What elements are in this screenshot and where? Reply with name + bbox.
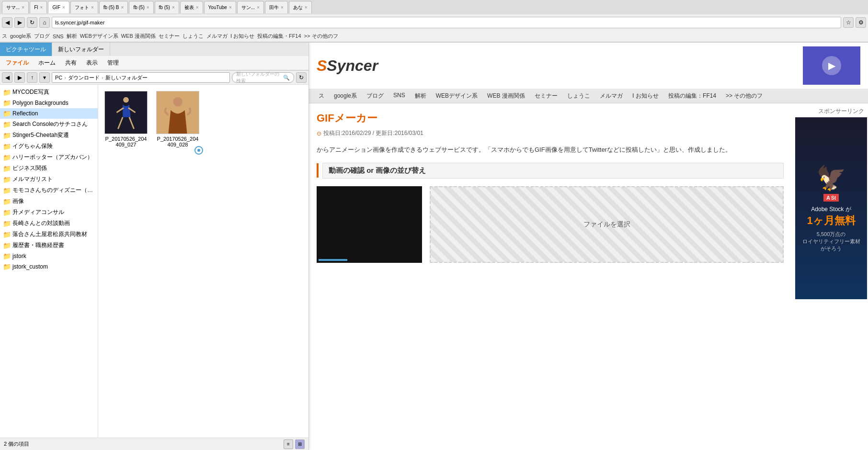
sidebar-item-jstork-custom[interactable]: 📁 jstork_custom	[0, 261, 98, 272]
page-nav-google[interactable]: google系	[332, 91, 359, 101]
list-view-icon[interactable]: ≡	[284, 439, 293, 449]
bookmark-ff14[interactable]: 投稿の編集・FF14	[257, 33, 301, 40]
page-nav-notice[interactable]: Ⅰ お知らせ	[630, 91, 661, 101]
bookmark-webdesign[interactable]: WEBデザイン系	[80, 33, 118, 40]
sidebar-label-resume: 履歴書・職務経歴書	[12, 241, 64, 249]
explorer-tab-new-folder[interactable]: 新しいフォルダー	[52, 43, 110, 56]
back-button[interactable]: ◀	[2, 17, 12, 28]
bookmark-google[interactable]: google系	[10, 33, 31, 40]
settings-button[interactable]: ⚙	[856, 17, 866, 28]
menu-file[interactable]: ファイル	[4, 58, 31, 68]
tab-fb3[interactable]: fb (5) ×	[155, 1, 179, 13]
tab-close-gif[interactable]: ×	[62, 5, 65, 10]
tab-samar[interactable]: サマ... ×	[2, 1, 29, 13]
sidebar-item-igu[interactable]: 📁 イグちゃん保険	[0, 141, 98, 152]
tab-close-fl[interactable]: ×	[40, 5, 43, 10]
explorer-path[interactable]: PC › ダウンロード › 新しいフォルダー	[52, 72, 230, 83]
bookmark-button[interactable]: ☆	[843, 17, 854, 28]
page-nav-manga[interactable]: WEB 漫画関係	[485, 91, 527, 101]
tab-taden[interactable]: 田牛 ×	[265, 1, 288, 13]
tab-fb1[interactable]: fb (5) B ×	[99, 1, 128, 13]
page-nav-su[interactable]: ス	[317, 91, 326, 101]
sidebar-item-gazou[interactable]: 📁 画像	[0, 196, 98, 207]
bookmark-notice[interactable]: Ⅰ お知らせ	[230, 33, 254, 40]
page-nav-sns[interactable]: SNS	[391, 91, 407, 101]
bookmark-other[interactable]: >> その他のフ	[304, 33, 338, 40]
sidebar-item-masumedia[interactable]: 📁 升メディアコンサル	[0, 207, 98, 218]
folder-icon-mycode: 📁	[3, 89, 11, 96]
sidebar-item-stinger[interactable]: 📁 Stinger5-Cheetah変遷	[0, 130, 98, 141]
sidebar-item-reflection[interactable]: 📁 Reflection	[0, 108, 98, 119]
tab-close-fb1[interactable]: ×	[121, 5, 124, 10]
sidebar-item-polygon[interactable]: 📁 Polygon Backgrounds	[0, 98, 98, 108]
tab-san[interactable]: サン... ×	[237, 1, 264, 13]
page-nav-analytics[interactable]: 解析	[413, 91, 428, 101]
file-item-2[interactable]: P_20170526_204409_028	[154, 89, 202, 150]
tab-fb2[interactable]: fb (5) ×	[129, 1, 153, 13]
page-nav-shoko[interactable]: しょうこ	[565, 91, 592, 101]
bookmark-su[interactable]: ス	[2, 33, 7, 40]
bookmark-blog[interactable]: ブログ	[34, 33, 50, 40]
bookmark-merumaga[interactable]: メルマガ	[206, 33, 228, 40]
page-nav-merumaga[interactable]: メルマガ	[598, 91, 625, 101]
file-item-1[interactable]: P_20170526_204409_027	[102, 89, 150, 150]
explorer-tab-picture-tool[interactable]: ピクチャツール	[0, 43, 52, 56]
refresh-button[interactable]: ↻	[27, 17, 37, 28]
page-nav-blog[interactable]: ブログ	[365, 91, 386, 101]
tab-photo[interactable]: フォト ×	[70, 1, 98, 13]
sidebar-item-jstork[interactable]: 📁 jstork	[0, 251, 98, 261]
bookmark-manga[interactable]: WEB 漫画関係	[121, 33, 156, 40]
home-button[interactable]: ⌂	[39, 17, 50, 28]
tab-ana[interactable]: あな ×	[289, 1, 312, 13]
path-download: ダウンロード	[68, 74, 100, 81]
menu-share[interactable]: 共有	[63, 58, 79, 68]
video-thumbnail[interactable]: ▶	[803, 46, 860, 85]
tab-close-hyou[interactable]: ×	[196, 5, 199, 10]
page-nav-other[interactable]: >> その他のフ	[724, 91, 765, 101]
page-nav-seminar[interactable]: セミナー	[533, 91, 560, 101]
tab-close-yt[interactable]: ×	[229, 5, 232, 10]
sidebar-item-resume[interactable]: 📁 履歴書・職務経歴書	[0, 240, 98, 251]
tab-youtube[interactable]: YouTube ×	[204, 1, 236, 13]
bookmark-shoko[interactable]: しょうこ	[183, 33, 204, 40]
tab-close-photo[interactable]: ×	[91, 5, 94, 10]
explorer-up[interactable]: ↑	[27, 72, 37, 83]
menu-view[interactable]: 表示	[84, 58, 100, 68]
ad-subtitle-text: 1ヶ月無料	[802, 214, 860, 228]
sidebar-item-momoko[interactable]: 📁 モモコさんちのディズニー（親子でデ	[0, 185, 98, 196]
page-nav-ff14[interactable]: 投稿の編集：FF14	[666, 91, 718, 101]
tab-close-fb3[interactable]: ×	[172, 5, 175, 10]
tab-close-fb2[interactable]: ×	[147, 5, 149, 10]
explorer-back[interactable]: ◀	[2, 72, 12, 83]
explorer-tab-bar: ピクチャツール 新しいフォルダー	[0, 43, 308, 56]
sidebar-item-harry[interactable]: 📁 ハリーポッター（アズカバン）	[0, 152, 98, 163]
upload-drop-zone[interactable]: ファイルを選択	[430, 186, 784, 263]
page-nav-webdesign[interactable]: WEBデザイン系	[434, 91, 480, 101]
explorer-menu-bar: ファイル ホーム 共有 表示 管理	[0, 56, 308, 70]
tab-close-san[interactable]: ×	[257, 5, 260, 10]
menu-manage[interactable]: 管理	[105, 58, 121, 68]
explorer-search[interactable]: 新しいフォルダーの検索 🔍	[232, 72, 294, 83]
address-input[interactable]: ls.syncer.jp/gif-maker	[52, 17, 841, 28]
sidebar-item-business[interactable]: 📁 ビジネス関係	[0, 163, 98, 174]
tab-close-taden[interactable]: ×	[281, 5, 284, 10]
grid-view-icon[interactable]: ⊞	[295, 439, 305, 449]
bookmark-seminar[interactable]: セミナー	[159, 33, 180, 40]
explorer-recent[interactable]: ▾	[39, 72, 50, 83]
bookmark-analytics[interactable]: 解析	[67, 33, 77, 40]
tab-close-ana[interactable]: ×	[305, 5, 308, 10]
tab-gif[interactable]: GIF ×	[48, 1, 69, 13]
explorer-forward[interactable]: ▶	[14, 72, 25, 83]
sidebar-item-ochiai[interactable]: 📁 落合さん土屋君松原共同教材	[0, 229, 98, 240]
sidebar-item-nagasaki[interactable]: 📁 長崎さんとの対談動画	[0, 218, 98, 229]
tab-fl[interactable]: Fl ×	[30, 1, 47, 13]
sidebar-item-merumaga[interactable]: 📁 メルマガリスト	[0, 174, 98, 185]
sidebar-item-mycode[interactable]: 📁 MYCODE写真	[0, 87, 98, 98]
menu-home[interactable]: ホーム	[36, 58, 57, 68]
tab-close[interactable]: ×	[22, 5, 24, 10]
explorer-refresh[interactable]: ↻	[296, 72, 307, 83]
forward-button[interactable]: ▶	[14, 17, 25, 28]
tab-hyou[interactable]: 被表 ×	[180, 1, 203, 13]
sidebar-item-search-console[interactable]: 📁 Search Consoleのサチコさん	[0, 119, 98, 130]
bookmark-sns[interactable]: SNS	[53, 34, 64, 39]
